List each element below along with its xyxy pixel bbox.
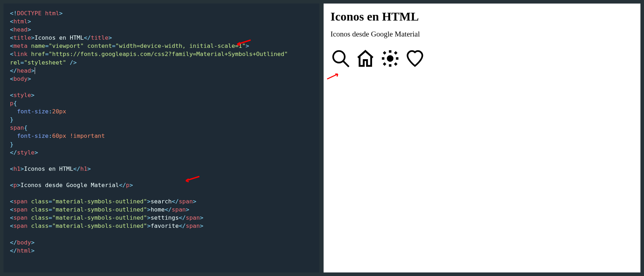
icon-row (331, 49, 634, 70)
preview-pane: Iconos en HTML Iconos desde Google Mater… (324, 4, 641, 272)
preview-paragraph: Iconos desde Google Material (331, 30, 634, 39)
settings-icon (380, 49, 400, 70)
favorite-icon (405, 49, 425, 70)
code-editor-pane[interactable]: <!DOCTYPE html> <html> <head> <title>Ico… (4, 4, 319, 272)
svg-point-0 (333, 51, 345, 63)
search-icon (331, 49, 351, 70)
annotation-arrow-icon (182, 175, 200, 182)
home-icon (355, 49, 375, 70)
svg-point-2 (388, 56, 393, 61)
svg-line-1 (343, 61, 349, 67)
preview-heading: Iconos en HTML (331, 10, 634, 23)
annotation-arrow-icon (325, 73, 343, 80)
